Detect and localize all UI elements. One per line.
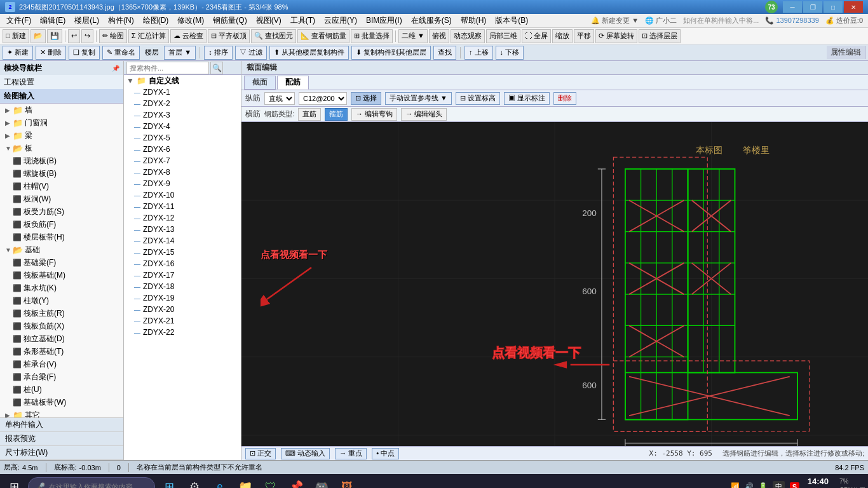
- flat-top-btn[interactable]: ⊟ 平齐板顶: [208, 29, 250, 43]
- tree-item-raft-neg[interactable]: ⬛筏板负筋(X): [0, 320, 123, 332]
- taskbar-app-security[interactable]: 🛡: [259, 475, 282, 488]
- zdyx-item-18[interactable]: —ZDYX-18: [124, 281, 241, 292]
- tree-item-spiral-slab[interactable]: ⬛螺旋板(B): [0, 167, 123, 180]
- tree-item-others[interactable]: ▶📁其它: [0, 409, 123, 417]
- menu-view[interactable]: 视图(V): [252, 14, 285, 27]
- draw-btn[interactable]: ✏ 绘图: [99, 29, 127, 43]
- menu-draw[interactable]: 绘图(D): [139, 14, 173, 27]
- line-type-select[interactable]: 直线: [264, 92, 295, 105]
- zdyx-root[interactable]: ▼ 📁 自定义线: [124, 75, 241, 86]
- zoom-btn[interactable]: 缩放: [552, 29, 573, 43]
- taskbar-app-explorer[interactable]: 📁: [234, 475, 257, 488]
- copy-to-btn[interactable]: ⬇ 复制构件到其他层层: [351, 46, 431, 60]
- edit-cap-btn[interactable]: → 编辑端头: [401, 108, 447, 121]
- manual-ref-btn[interactable]: 手动设置参考线 ▼: [385, 92, 452, 105]
- set-elevation-btn[interactable]: ⊟ 设置标高: [456, 92, 500, 105]
- local-3d-btn[interactable]: 局部三维: [486, 29, 520, 43]
- orthogonal-btn[interactable]: ⊡ 正交: [245, 448, 276, 459]
- zdyx-item-10[interactable]: —ZDYX-10: [124, 189, 241, 201]
- comp-rename-btn[interactable]: ✎ 重命名: [102, 46, 140, 60]
- top-view-btn[interactable]: 俯视: [429, 29, 449, 43]
- batch-select-btn[interactable]: ⊞ 批量选择: [351, 29, 393, 43]
- report-preview-btn[interactable]: 报表预览: [0, 432, 123, 446]
- edit-hook-btn[interactable]: → 编辑弯钩: [351, 108, 397, 121]
- tree-item-doorwindow[interactable]: ▶📁门窗洞: [0, 116, 123, 129]
- fullscreen-btn[interactable]: ⛶ 全屏: [522, 29, 551, 43]
- minimize-btn[interactable]: ─: [783, 1, 802, 13]
- zdyx-item-15[interactable]: —ZDYX-15: [124, 247, 241, 258]
- zdyx-item-19[interactable]: —ZDYX-19: [124, 292, 241, 304]
- zdyx-item-11[interactable]: —ZDYX-11: [124, 201, 241, 212]
- tab-section[interactable]: 截面: [244, 76, 276, 90]
- antivirus-icon[interactable]: S: [790, 482, 799, 488]
- rebar-delete-btn[interactable]: 删除: [553, 92, 576, 105]
- floor-select-btn[interactable]: 首层 ▼: [164, 46, 196, 60]
- menu-bim[interactable]: BIM应用(I): [362, 14, 406, 27]
- copy-from-btn[interactable]: ⬆ 从其他楼层复制构件: [269, 46, 349, 60]
- tree-item-found-beam[interactable]: ⬛基础梁(F): [0, 256, 123, 269]
- taskbar-search[interactable]: 🎤 在这里输入你要搜索的内容: [28, 477, 155, 488]
- comp-delete-btn[interactable]: ✕ 删除: [36, 46, 66, 60]
- search-input[interactable]: [126, 62, 209, 74]
- tree-item-column-cap[interactable]: ⬛柱帽(V): [0, 180, 123, 193]
- tree-item-raft[interactable]: ⬛筏板基础(M): [0, 269, 123, 281]
- comp-copy-btn[interactable]: ❑ 复制: [69, 46, 100, 60]
- tree-item-pile-cap[interactable]: ⬛桩承台(V): [0, 358, 123, 370]
- comp-new-btn[interactable]: ✦ 新建: [3, 46, 33, 60]
- menu-help[interactable]: 帮助(H): [457, 14, 491, 27]
- sort-btn[interactable]: ↕ 排序: [204, 46, 233, 60]
- tree-item-beam[interactable]: ▶📁梁: [0, 129, 123, 142]
- close-btn[interactable]: ✕: [844, 1, 863, 13]
- tree-item-sump[interactable]: ⬛集水坑(K): [0, 281, 123, 294]
- stirrup-btn[interactable]: 箍筋: [325, 108, 348, 121]
- tree-item-floor-strip[interactable]: ⬛楼层板带(H): [0, 231, 123, 243]
- taskbar-app-settings[interactable]: ⚙: [183, 475, 206, 488]
- midpoint-btn[interactable]: → 重点: [335, 448, 367, 459]
- find-elem-btn[interactable]: 🔍 查找图元: [251, 29, 296, 43]
- view-rebar-btn[interactable]: 📐 查看钢筋量: [297, 29, 349, 43]
- dynamic-view-btn[interactable]: 动态观察: [451, 29, 485, 43]
- taskbar-app-game[interactable]: 🎮: [310, 475, 333, 488]
- zdyx-item-9[interactable]: —ZDYX-9: [124, 178, 241, 189]
- tree-item-isolated-found[interactable]: ⬛独立基础(D): [0, 332, 123, 345]
- new-change-btn[interactable]: 🔔 新建变更 ▼: [588, 16, 641, 25]
- search-btn[interactable]: 🔍: [210, 62, 223, 74]
- menu-modify[interactable]: 修改(M): [173, 14, 208, 27]
- midpoint2-btn[interactable]: • 中点: [372, 448, 399, 459]
- save-btn[interactable]: 💾: [47, 29, 62, 43]
- zdyx-item-5[interactable]: —ZDYX-5: [124, 132, 241, 144]
- zdyx-item-7[interactable]: —ZDYX-7: [124, 155, 241, 166]
- zdyx-item-6[interactable]: —ZDYX-6: [124, 144, 241, 155]
- zdyx-item-13[interactable]: —ZDYX-13: [124, 224, 241, 235]
- tree-item-raft-main[interactable]: ⬛筏板主筋(R): [0, 307, 123, 320]
- zdyx-item-20[interactable]: —ZDYX-20: [124, 304, 241, 315]
- zdyx-item-4[interactable]: —ZDYX-4: [124, 121, 241, 132]
- dimension-btn[interactable]: 尺寸标注(W): [0, 446, 123, 460]
- move-up-btn[interactable]: ↑ 上移: [465, 46, 493, 60]
- zdyx-item-14[interactable]: —ZDYX-14: [124, 235, 241, 247]
- show-annot-btn[interactable]: ▣ 显示标注: [504, 92, 550, 105]
- straight-rebar-btn[interactable]: 直筋: [298, 108, 321, 121]
- menu-cloud[interactable]: 云应用(Y): [320, 14, 361, 27]
- zdyx-item-16[interactable]: —ZDYX-16: [124, 258, 241, 269]
- zdyx-item-3[interactable]: —ZDYX-3: [124, 109, 241, 121]
- zdyx-item-2[interactable]: —ZDYX-2: [124, 98, 241, 109]
- taskbar-app-edge[interactable]: e: [208, 475, 231, 488]
- maximize-btn[interactable]: □: [824, 1, 843, 13]
- cloud-check-btn[interactable]: ☁ 云检查: [170, 29, 207, 43]
- open-btn[interactable]: 📂: [31, 29, 46, 43]
- menu-rebar[interactable]: 钢筋量(Q): [209, 14, 250, 27]
- tree-item-slab-hole[interactable]: ⬛板洞(W): [0, 193, 123, 205]
- rebar-spec-select[interactable]: C12@200: [299, 92, 347, 105]
- tree-item-slab[interactable]: ▼📂板: [0, 142, 123, 154]
- menu-version[interactable]: 版本号(B): [491, 14, 532, 27]
- gx-btn[interactable]: 🌐 广小二: [642, 16, 679, 25]
- tree-item-col-pedestal[interactable]: ⬛柱墩(Y): [0, 294, 123, 307]
- tree-item-found-strip[interactable]: ⬛基础板带(W): [0, 396, 123, 409]
- clock-area[interactable]: 14:40 2017/5/1: [804, 476, 832, 488]
- rebar-select-btn[interactable]: ⊡ 选择: [351, 92, 381, 105]
- view-mode-btn[interactable]: 二维 ▼: [398, 29, 428, 43]
- menu-tools[interactable]: 工具(T): [287, 14, 319, 27]
- filter-btn[interactable]: ▽ 过滤: [235, 46, 267, 60]
- find-comp-btn[interactable]: 查找: [433, 46, 456, 60]
